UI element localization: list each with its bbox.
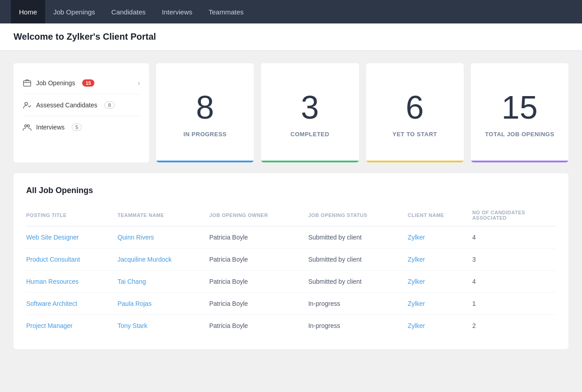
client-cell[interactable]: Zylker: [408, 226, 472, 249]
stat-label-in-progress: IN PROGRESS: [183, 131, 227, 138]
status-cell: Submitted by client: [308, 249, 408, 271]
nav-interviews[interactable]: Interviews: [154, 0, 200, 23]
svg-point-3: [25, 125, 27, 127]
posting-title-cell[interactable]: Product Consultant: [26, 249, 117, 271]
owner-cell: Patricia Boyle: [210, 249, 308, 271]
stat-card-yet-to-start: 6 YET TO START: [366, 63, 464, 162]
table-title: All Job Openings: [26, 186, 556, 195]
chevron-right-icon: ›: [138, 79, 140, 87]
interviews-badge: 5: [72, 124, 82, 131]
table-row: Human ResourcesTai ChangPatricia BoyleSu…: [26, 271, 556, 293]
teammate-name-cell[interactable]: Paula Rojas: [117, 293, 209, 315]
owner-cell: Patricia Boyle: [210, 271, 308, 293]
posting-title-cell[interactable]: Human Resources: [26, 271, 117, 293]
job-openings-table: POSTING TITLE TEAMMATE NAME JOB OPENING …: [26, 206, 556, 337]
navbar: Home Job Openings Candidates Interviews …: [0, 0, 582, 23]
widget-assessed-candidates[interactable]: Assessed Candidates 8: [23, 94, 140, 116]
stat-label-total: TOTAL JOB OPENINGS: [485, 131, 554, 138]
owner-cell: Patricia Boyle: [210, 315, 308, 337]
table-section: All Job Openings POSTING TITLE TEAMMATE …: [14, 173, 568, 349]
page-header: Welcome to Zylker's Client Portal: [0, 23, 582, 51]
stat-number-total: 15: [502, 91, 538, 124]
status-cell: Submitted by client: [308, 271, 408, 293]
nav-teammates[interactable]: Teammates: [200, 0, 252, 23]
widget-job-openings[interactable]: Job Openings 15 ›: [23, 72, 140, 94]
stat-number-completed: 3: [301, 91, 319, 124]
teammate-name-cell[interactable]: Jacquiline Murdock: [117, 249, 209, 271]
col-candidates: NO OF CANDIDATES ASSOCIATED: [472, 206, 556, 226]
job-openings-badge: 15: [82, 79, 94, 87]
stat-cards: 8 IN PROGRESS 3 COMPLETED 6 YET TO START…: [156, 63, 568, 162]
table-row: Product ConsultantJacquiline MurdockPatr…: [26, 249, 556, 271]
stat-card-in-progress: 8 IN PROGRESS: [156, 63, 254, 162]
col-status: JOB OPENING STATUS: [308, 206, 408, 226]
stat-number-in-progress: 8: [196, 91, 214, 124]
nav-candidates[interactable]: Candidates: [103, 0, 154, 23]
client-cell[interactable]: Zylker: [408, 315, 472, 337]
stat-label-completed: COMPLETED: [290, 131, 329, 138]
table-row: Web Site DesignerQuinn RiversPatricia Bo…: [26, 226, 556, 249]
client-cell[interactable]: Zylker: [408, 249, 472, 271]
teammate-name-cell[interactable]: Tony Stark: [117, 315, 209, 337]
table-row: Project ManagerTony StarkPatricia BoyleI…: [26, 315, 556, 337]
owner-cell: Patricia Boyle: [210, 226, 308, 249]
interviews-icon: [23, 123, 32, 132]
col-owner: JOB OPENING OWNER: [210, 206, 308, 226]
top-section: Job Openings 15 › Assessed Candidates: [14, 63, 568, 162]
nav-job-openings[interactable]: Job Openings: [45, 0, 103, 23]
posting-title-cell[interactable]: Software Architect: [26, 293, 117, 315]
table-header-row: POSTING TITLE TEAMMATE NAME JOB OPENING …: [26, 206, 556, 226]
posting-title-cell[interactable]: Project Manager: [26, 315, 117, 337]
candidates-cell: 2: [472, 315, 556, 337]
stat-card-total: 15 TOTAL JOB OPENINGS: [471, 63, 568, 162]
svg-point-2: [25, 102, 28, 105]
owner-cell: Patricia Boyle: [210, 293, 308, 315]
stat-label-yet-to-start: YET TO START: [392, 131, 437, 138]
col-client: CLIENT NAME: [408, 206, 472, 226]
client-cell[interactable]: Zylker: [408, 293, 472, 315]
col-posting-title: POSTING TITLE: [26, 206, 117, 226]
teammate-name-cell[interactable]: Tai Chang: [117, 271, 209, 293]
widget-interviews[interactable]: Interviews 5: [23, 116, 140, 138]
stat-card-completed: 3 COMPLETED: [261, 63, 359, 162]
teammate-name-cell[interactable]: Quinn Rivers: [117, 226, 209, 249]
status-cell: In-progress: [308, 315, 408, 337]
status-cell: Submitted by client: [308, 226, 408, 249]
candidates-cell: 3: [472, 249, 556, 271]
widget-job-openings-label: Job Openings: [36, 79, 75, 87]
widget-interviews-label: Interviews: [36, 124, 65, 131]
page-title: Welcome to Zylker's Client Portal: [14, 32, 568, 42]
client-cell[interactable]: Zylker: [408, 271, 472, 293]
candidates-cell: 1: [472, 293, 556, 315]
candidates-cell: 4: [472, 226, 556, 249]
widget-assessed-candidates-label: Assessed Candidates: [36, 101, 97, 109]
sidebar-widget: Job Openings 15 › Assessed Candidates: [14, 63, 149, 162]
table-row: Software ArchitectPaula RojasPatricia Bo…: [26, 293, 556, 315]
posting-title-cell[interactable]: Web Site Designer: [26, 226, 117, 249]
job-openings-icon: [23, 78, 32, 88]
nav-home[interactable]: Home: [11, 0, 45, 23]
candidates-cell: 4: [472, 271, 556, 293]
stat-number-yet-to-start: 6: [406, 91, 424, 124]
svg-point-4: [28, 125, 30, 127]
svg-rect-0: [23, 81, 31, 86]
main-content: Job Openings 15 › Assessed Candidates: [0, 51, 582, 392]
status-cell: In-progress: [308, 293, 408, 315]
assessed-candidates-icon: [23, 101, 32, 110]
col-teammate-name: TEAMMATE NAME: [117, 206, 209, 226]
assessed-candidates-badge: 8: [104, 101, 114, 109]
